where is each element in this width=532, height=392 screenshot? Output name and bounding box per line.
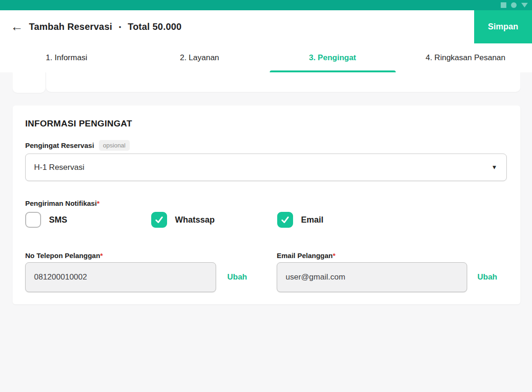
scrolled-card-remnant-right — [46, 72, 520, 92]
scrolled-card-remnant-left — [13, 72, 45, 93]
email-edit-link[interactable]: Ubah — [477, 262, 497, 292]
header: ← Tambah Reservasi • Total 50.000 Simpan — [0, 10, 532, 43]
title-separator-dot: • — [119, 23, 121, 31]
checkmark-icon — [154, 215, 164, 224]
window-triangle-icon[interactable] — [521, 3, 528, 7]
checkbox-whatssap-box[interactable] — [151, 212, 167, 228]
content-area: INFORMASI PENGINGAT Pengingat Reservasi … — [0, 72, 532, 392]
window-square-icon[interactable] — [501, 2, 506, 8]
title-group: Tambah Reservasi • Total 50.000 — [29, 10, 182, 43]
tab-ringkasan-pesanan[interactable]: 4. Ringkasan Pesanan — [399, 43, 532, 72]
phone-input[interactable] — [25, 262, 216, 292]
reminder-label: Pengingat Reservasi — [25, 141, 94, 149]
checkbox-whatssap-label: Whatssap — [175, 215, 215, 225]
checkbox-sms-box[interactable] — [25, 212, 41, 228]
reminder-select-value: H-1 Reservasi — [34, 163, 84, 172]
back-button[interactable]: ← — [7, 10, 27, 43]
reminder-select[interactable]: H-1 Reservasi ▾ — [25, 154, 507, 181]
page-title: Tambah Reservasi — [29, 21, 112, 32]
checkbox-email[interactable]: Email — [277, 212, 323, 228]
checkbox-sms-label: SMS — [49, 215, 67, 225]
checkbox-whatssap[interactable]: Whatssap — [151, 212, 215, 228]
checkbox-sms[interactable]: SMS — [25, 212, 67, 228]
email-input[interactable] — [277, 262, 467, 292]
card-heading: INFORMASI PENGINGAT — [25, 119, 132, 129]
save-button[interactable]: Simpan — [474, 10, 532, 43]
checkbox-email-box[interactable] — [277, 212, 293, 228]
notification-options-row: SMS Whatssap Email — [13, 212, 520, 228]
required-asterisk: * — [97, 199, 99, 207]
notification-label: Pengiriman Notifikasi* — [25, 199, 99, 207]
phone-label: No Telepon Pelanggan* — [25, 252, 103, 259]
back-arrow-icon: ← — [11, 20, 23, 34]
reminder-label-row: Pengingat Reservasi opsional — [25, 140, 130, 151]
phone-edit-link[interactable]: Ubah — [227, 262, 247, 292]
system-topbar — [0, 0, 532, 10]
tab-layanan[interactable]: 2. Layanan — [133, 43, 266, 72]
checkmark-icon — [280, 215, 290, 224]
total-amount: Total 50.000 — [128, 21, 182, 32]
required-asterisk: * — [333, 252, 336, 259]
window-circle-icon[interactable] — [511, 2, 517, 8]
email-label: Email Pelanggan* — [277, 252, 336, 259]
reminder-info-card: INFORMASI PENGINGAT Pengingat Reservasi … — [13, 105, 520, 304]
tab-pengingat[interactable]: 3. Pengingat — [266, 43, 399, 72]
step-tabs: 1. Informasi 2. Layanan 3. Pengingat 4. … — [0, 43, 532, 72]
checkbox-email-label: Email — [301, 215, 323, 225]
required-asterisk: * — [100, 252, 103, 259]
chevron-down-icon: ▾ — [492, 162, 496, 171]
tab-informasi[interactable]: 1. Informasi — [0, 43, 133, 72]
optional-badge: opsional — [99, 140, 130, 151]
